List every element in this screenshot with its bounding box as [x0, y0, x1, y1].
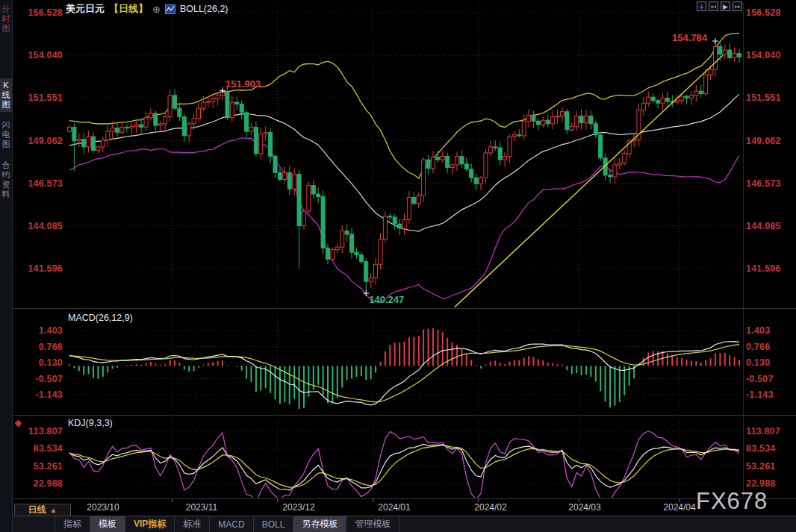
axis-label: 22.988	[16, 478, 63, 489]
axis-label: 146.573	[16, 178, 63, 189]
price-annotation: 151.903	[226, 78, 261, 90]
axis-label: 149.062	[16, 136, 63, 146]
sidebar-tab-char: 分	[0, 4, 12, 14]
axis-label: 22.988	[746, 478, 775, 489]
axis-label: 53.261	[746, 461, 775, 472]
axis-label: 0.766	[746, 342, 770, 352]
axis-label: 141.596	[746, 263, 781, 274]
price-annotation: 154.784	[672, 32, 707, 43]
axis-label: 149.062	[746, 136, 781, 146]
trend-line	[455, 55, 723, 307]
axis-label: 83.534	[746, 443, 775, 454]
add-overlay-icon[interactable]: ⊕	[152, 4, 161, 15]
period-tag: 【日线】	[109, 2, 148, 16]
symbol-title: 美元日元	[66, 2, 105, 16]
sidebar-tab-char: 约	[0, 170, 12, 180]
x-axis-label: 2023/11	[178, 502, 226, 513]
sidebar-tab-char: 闪	[0, 120, 12, 130]
bottom-toolbar: 指标模板VIP指标标准MACDBOLL另存模板管理模板	[13, 516, 796, 532]
grid-lines	[66, 4, 743, 502]
axis-label: 0.130	[746, 357, 770, 368]
crosshair-icon[interactable]: +	[697, 1, 706, 11]
sidebar-tab-4[interactable]: 合约资料	[0, 158, 12, 201]
sidebar-tab-char: 料	[0, 190, 12, 199]
macd-panel	[69, 328, 739, 409]
axis-label: 146.573	[746, 178, 781, 189]
sidebar-tab-char: K	[0, 81, 12, 90]
axis-label: 53.261	[16, 461, 63, 472]
annotation-markers	[220, 38, 718, 296]
axis-label: 154.040	[16, 50, 63, 60]
toolbar-tab-4[interactable]: 标准	[175, 516, 210, 532]
axis-label: -1.143	[746, 389, 774, 400]
x-axis-label: 2024/02	[467, 502, 514, 513]
kdj-panel	[69, 431, 739, 503]
macd-panel-title[interactable]: MACD(26,12,9)	[68, 313, 133, 323]
axis-label: 113.807	[16, 426, 63, 436]
sidebar-tab-char: 图	[0, 24, 12, 34]
kdj-panel-title[interactable]: KDJ(9,3,3)	[68, 418, 113, 428]
axis-label: 151.551	[16, 93, 63, 103]
price-chart-canvas[interactable]	[0, 0, 796, 532]
axis-label: 144.085	[746, 221, 781, 231]
axis-label: -0.507	[746, 374, 774, 384]
axis-label: 0.130	[16, 357, 63, 368]
sidebar-tab-char: 时	[0, 14, 12, 24]
axis-label: 1.403	[16, 325, 63, 336]
axis-label: 113.807	[746, 426, 780, 436]
axis-label: 154.040	[746, 50, 781, 60]
toolbar-tab-8[interactable]: 管理模板	[346, 516, 399, 532]
x-axis-label: 2024/01	[370, 502, 418, 513]
sidebar-tab-1[interactable]: 分时图	[0, 2, 12, 36]
candlestick-series	[68, 43, 741, 292]
sidebar-tab-char: 图	[0, 140, 12, 149]
axis-label: 0.766	[16, 342, 63, 352]
sidebar-tab-3[interactable]: 闪电图	[0, 118, 12, 151]
sidebar-tab-char: 合	[0, 160, 12, 170]
axis-label: 156.528	[16, 7, 63, 18]
pan-left-icon[interactable]: ↤	[709, 1, 718, 11]
axis-label: 144.085	[16, 221, 63, 231]
axis-separator	[13, 498, 796, 499]
x-axis-label: 2023/12	[275, 502, 323, 513]
axis-label: 1.403	[746, 325, 770, 336]
axis-label: 151.551	[746, 93, 781, 103]
auto-scale-icon[interactable]: ▶	[721, 1, 730, 11]
boll-indicator-icon	[165, 4, 175, 14]
right-axis-line	[743, 3, 744, 498]
axis-label: 141.596	[16, 263, 63, 274]
left-sidebar: 分时图K线图闪电图合约资料	[0, 0, 13, 532]
axis-label: -1.143	[16, 389, 63, 400]
bollinger-bands	[69, 33, 739, 302]
sidebar-tab-char: 电	[0, 130, 12, 140]
toolbar-tab-5[interactable]: MACD	[210, 518, 253, 531]
toolbar-tab-3[interactable]: VIP指标	[125, 516, 175, 532]
axis-label: 156.528	[746, 7, 781, 18]
period-selector-label: 日线	[28, 504, 46, 516]
watermark: FX678	[696, 488, 768, 515]
sidebar-tab-char: 图	[0, 100, 12, 110]
axis-label: 83.534	[16, 443, 63, 454]
triangle-up-icon: ▲	[50, 506, 57, 514]
x-axis-label: 2023/10	[79, 502, 127, 513]
sidebar-tab-char: 线	[0, 90, 12, 100]
panel-separator	[13, 415, 796, 416]
sidebar-tab-char: 资	[0, 180, 12, 190]
period-selector[interactable]: 日线 ▲	[14, 504, 71, 516]
price-annotation: 140.247	[369, 294, 404, 305]
chart-window: 分时图K线图闪电图合约资料 美元日元【日线】 ⊕ BOLL(26,2) +↤▶↦…	[0, 0, 796, 532]
x-axis-label: 2024/03	[561, 502, 609, 513]
toolbar-tab-1[interactable]: 指标	[55, 516, 90, 532]
toolbar-tab-7[interactable]: 另存模板	[293, 516, 346, 532]
chart-header: 美元日元【日线】 ⊕ BOLL(26,2)	[66, 2, 228, 16]
pan-right-icon[interactable]: ↦	[733, 1, 742, 11]
overlay-label[interactable]: BOLL(26,2)	[180, 4, 228, 14]
sidebar-tab-2[interactable]: K线图	[0, 78, 12, 112]
toolbar-tab-2[interactable]: 模板	[90, 516, 125, 532]
panel-separator	[13, 308, 796, 309]
toolbar-tab-6[interactable]: BOLL	[254, 518, 294, 531]
axis-label: -0.507	[16, 374, 63, 384]
window-toolbar-icons: +↤▶↦	[697, 1, 742, 11]
